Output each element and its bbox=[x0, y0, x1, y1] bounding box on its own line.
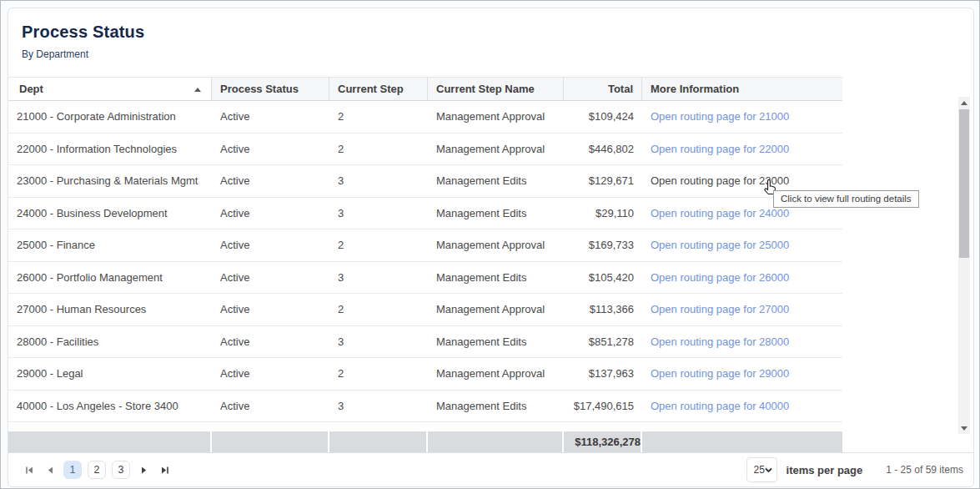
current-step-name-cell: Management Edits bbox=[428, 174, 564, 187]
pager-nav: 1 2 3 bbox=[22, 461, 172, 479]
app-window: Process Status By Department Dept Proces… bbox=[0, 0, 980, 489]
current-step-name-cell: Management Approval bbox=[428, 110, 564, 123]
table-row: 22000 - Information Technologies Active … bbox=[8, 134, 842, 166]
chevron-down-icon bbox=[765, 464, 772, 476]
more-information-cell: Open routing page for 22000 bbox=[642, 143, 842, 155]
dept-cell: 29000 - Legal bbox=[8, 367, 212, 380]
routing-link[interactable]: Open routing page for 29000 bbox=[651, 367, 789, 380]
page-button-2[interactable]: 2 bbox=[88, 461, 106, 479]
table-row: 29000 - Legal Active 2 Management Approv… bbox=[8, 358, 842, 391]
page-size-value: 25 bbox=[754, 464, 765, 476]
table-row: 28000 - Facilities Active 3 Management E… bbox=[8, 326, 842, 359]
items-range-label: 1 - 25 of 59 items bbox=[886, 464, 963, 476]
table-row: 23000 - Purchasing & Materials Mgmt Acti… bbox=[8, 165, 842, 198]
current-step-cell: 3 bbox=[329, 335, 428, 348]
column-header-dept[interactable]: Dept bbox=[8, 78, 212, 100]
routing-link[interactable]: Open routing page for 21000 bbox=[651, 110, 789, 123]
table-body: 21000 - Corporate Administration Active … bbox=[8, 101, 842, 422]
page-button-1[interactable]: 1 bbox=[63, 461, 82, 479]
dept-cell: 26000 - Portfolio Management bbox=[8, 271, 212, 284]
total-cell: $29,110 bbox=[564, 207, 642, 219]
current-step-cell: 3 bbox=[329, 271, 428, 284]
total-cell: $109,424 bbox=[564, 110, 642, 123]
routing-link[interactable]: Open routing page for 22000 bbox=[651, 143, 789, 155]
footer-grand-total-cell: $118,326,278 bbox=[564, 431, 642, 453]
scrollbar-up-arrow-icon[interactable] bbox=[958, 97, 970, 108]
current-step-name-cell: Management Edits bbox=[428, 335, 564, 348]
routing-link[interactable]: Open routing page for 24000 bbox=[651, 207, 789, 219]
footer-process-status-cell bbox=[212, 431, 329, 453]
pager-right: 25 items per page 1 - 25 of 59 items bbox=[746, 457, 963, 482]
more-information-cell: Open routing page for 28000 bbox=[642, 335, 842, 348]
routing-link[interactable]: Open routing page for 40000 bbox=[651, 400, 789, 412]
footer-dept-cell bbox=[8, 431, 212, 453]
total-cell: $137,963 bbox=[564, 367, 642, 380]
current-step-cell: 2 bbox=[329, 110, 428, 123]
total-cell: $169,733 bbox=[564, 239, 642, 251]
routing-link[interactable]: Open routing page for 26000 bbox=[651, 271, 789, 284]
process-status-cell: Active bbox=[212, 110, 329, 123]
more-information-cell: Open routing page for 23000 bbox=[642, 174, 842, 187]
scrollbar-thumb[interactable] bbox=[959, 109, 969, 258]
page-subtitle: By Department bbox=[22, 48, 960, 60]
last-page-icon[interactable] bbox=[157, 461, 172, 479]
column-header-current-step[interactable]: Current Step bbox=[329, 78, 428, 100]
footer-current-step-name-cell bbox=[428, 431, 564, 453]
column-header-process-status[interactable]: Process Status bbox=[212, 78, 329, 100]
next-page-icon[interactable] bbox=[136, 461, 151, 479]
page-size-dropdown[interactable]: 25 bbox=[746, 457, 777, 482]
dept-cell: 23000 - Purchasing & Materials Mgmt bbox=[8, 174, 212, 187]
more-information-cell: Open routing page for 25000 bbox=[642, 239, 842, 251]
total-cell: $105,420 bbox=[564, 271, 642, 284]
routing-link[interactable]: Open routing page for 28000 bbox=[651, 335, 789, 348]
routing-link[interactable]: Open routing page for 25000 bbox=[651, 239, 789, 251]
column-header-total[interactable]: Total bbox=[564, 78, 642, 100]
column-header-process-status-label: Process Status bbox=[220, 83, 299, 95]
dept-cell: 40000 - Los Angeles - Store 3400 bbox=[8, 400, 212, 412]
total-cell: $17,490,615 bbox=[564, 400, 642, 412]
total-cell: $129,671 bbox=[564, 174, 642, 187]
total-cell: $113,366 bbox=[564, 303, 642, 315]
vertical-scrollbar[interactable] bbox=[958, 97, 970, 434]
current-step-name-cell: Management Approval bbox=[428, 143, 564, 155]
previous-page-icon[interactable] bbox=[43, 461, 58, 479]
total-cell: $446,802 bbox=[564, 143, 642, 155]
column-header-current-step-name-label: Current Step Name bbox=[436, 83, 535, 95]
dept-cell: 28000 - Facilities bbox=[8, 335, 212, 348]
card-header: Process Status By Department bbox=[8, 8, 973, 60]
current-step-name-cell: Management Edits bbox=[428, 271, 564, 284]
dept-cell: 22000 - Information Technologies bbox=[8, 143, 212, 155]
current-step-name-cell: Management Approval bbox=[428, 239, 564, 251]
routing-link[interactable]: Open routing page for 27000 bbox=[651, 303, 789, 315]
table-row: 27000 - Human Resources Active 2 Managem… bbox=[8, 294, 842, 326]
grid-header-row: Dept Process Status Current Step Current… bbox=[8, 77, 842, 101]
more-information-cell: Open routing page for 29000 bbox=[642, 367, 842, 380]
items-per-page-label: items per page bbox=[787, 464, 863, 476]
current-step-cell: 2 bbox=[329, 303, 428, 315]
table-row: 21000 - Corporate Administration Active … bbox=[8, 101, 842, 134]
more-information-cell: Open routing page for 27000 bbox=[642, 303, 842, 315]
column-header-total-label: Total bbox=[608, 83, 633, 95]
current-step-name-cell: Management Edits bbox=[428, 207, 564, 219]
more-information-cell: Open routing page for 40000 bbox=[642, 400, 842, 412]
process-status-cell: Active bbox=[212, 271, 329, 284]
process-status-card: Process Status By Department Dept Proces… bbox=[8, 8, 974, 487]
dept-cell: 27000 - Human Resources bbox=[8, 303, 212, 315]
column-header-more-information[interactable]: More Information bbox=[642, 78, 842, 100]
current-step-cell: 3 bbox=[329, 207, 428, 219]
process-status-cell: Active bbox=[212, 239, 329, 251]
process-status-cell: Active bbox=[212, 303, 329, 315]
first-page-icon[interactable] bbox=[22, 461, 37, 479]
column-header-current-step-name[interactable]: Current Step Name bbox=[428, 78, 564, 100]
current-step-name-cell: Management Approval bbox=[428, 367, 564, 380]
table-row: 25000 - Finance Active 2 Management Appr… bbox=[8, 229, 842, 262]
scrollbar-down-arrow-icon[interactable] bbox=[958, 422, 970, 434]
more-information-cell: Open routing page for 24000 bbox=[642, 207, 842, 219]
column-header-more-information-label: More Information bbox=[651, 83, 739, 95]
page-button-3[interactable]: 3 bbox=[112, 461, 130, 479]
current-step-cell: 2 bbox=[329, 367, 428, 380]
table-row: 40000 - Los Angeles - Store 3400 Active … bbox=[8, 391, 842, 423]
table-row: 26000 - Portfolio Management Active 3 Ma… bbox=[8, 262, 842, 295]
column-header-dept-label: Dept bbox=[19, 83, 43, 95]
tooltip: Click to view full routing details bbox=[773, 190, 919, 208]
